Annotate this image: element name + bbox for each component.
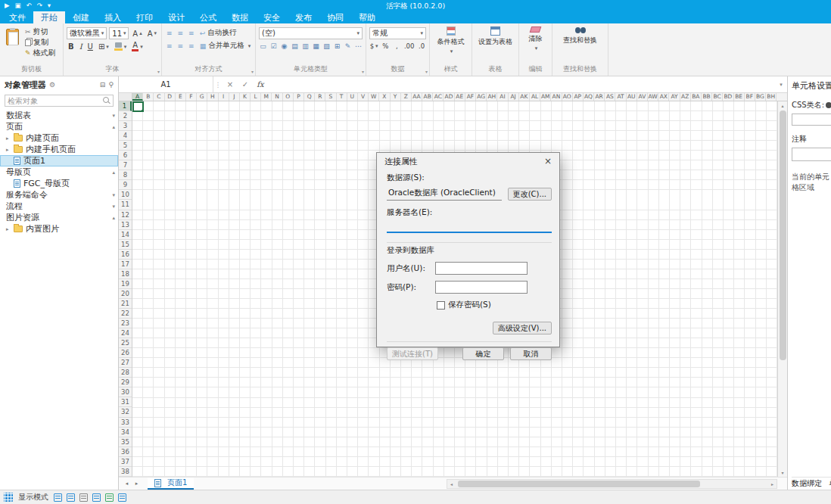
row-header-2[interactable]: 2 <box>119 111 132 121</box>
horizontal-scrollbar[interactable]: ◂ ▸ <box>447 479 777 489</box>
row-header-15[interactable]: 15 <box>119 240 132 250</box>
col-header-AO[interactable]: AO <box>562 93 573 101</box>
scroll-left-icon[interactable]: ◂ <box>447 481 456 487</box>
col-header-D[interactable]: D <box>165 93 176 101</box>
image-type-icon[interactable]: ▦ <box>312 41 320 51</box>
menu-tab-插入[interactable]: 插入 <box>97 11 129 23</box>
decrease-font-button[interactable]: A▾ <box>146 28 158 39</box>
col-header-AN[interactable]: AN <box>551 93 562 101</box>
col-header-AM[interactable]: AM <box>540 93 551 101</box>
menu-tab-安全[interactable]: 安全 <box>256 11 288 23</box>
cancel-entry-button[interactable]: × <box>223 76 238 92</box>
vertical-scrollbar[interactable]: ▴ ▾ <box>777 101 787 477</box>
more-cell-types-icon[interactable]: ⋯ <box>354 41 363 51</box>
comment-input[interactable] <box>792 148 831 161</box>
row-header-8[interactable]: 8 <box>119 170 132 180</box>
align-center-button[interactable]: ≡ <box>176 40 185 51</box>
expander-icon[interactable]: ▸ <box>6 226 14 232</box>
col-header-AB[interactable]: AB <box>422 93 433 101</box>
tree-item-母版页[interactable]: 母版页▴ <box>0 166 118 178</box>
col-header-AU[interactable]: AU <box>627 93 637 101</box>
row-header-32[interactable]: 32 <box>119 407 132 417</box>
row-header-7[interactable]: 7 <box>119 160 132 170</box>
mobile-mode-icon[interactable] <box>67 493 75 502</box>
scroll-up-icon[interactable]: ▴ <box>781 101 783 110</box>
row-header-21[interactable]: 21 <box>119 299 132 309</box>
col-header-V[interactable]: V <box>358 93 369 101</box>
password-input[interactable] <box>435 281 528 294</box>
col-header-S[interactable]: S <box>325 93 336 101</box>
merge-cells-button[interactable]: ▦合并单元格▾ <box>198 41 253 51</box>
row-header-5[interactable]: 5 <box>119 141 132 151</box>
row-header-29[interactable]: 29 <box>119 378 132 387</box>
borders-button[interactable]: ⊞▾ <box>97 41 110 52</box>
menu-tab-发布[interactable]: 发布 <box>288 11 319 23</box>
col-header-E[interactable]: E <box>176 93 186 101</box>
tree-item-服务端命令[interactable]: 服务端命令▾ <box>0 189 118 201</box>
tree-item-数据表[interactable]: 数据表▾ <box>0 110 118 121</box>
copy-button[interactable]: 复制 <box>23 37 58 48</box>
col-header-AP[interactable]: AP <box>573 93 584 101</box>
set-as-table-button[interactable]: 设置为表格 <box>475 26 515 48</box>
col-header-W[interactable]: W <box>369 93 379 101</box>
row-header-30[interactable]: 30 <box>119 387 132 397</box>
row-header-34[interactable]: 34 <box>119 428 132 437</box>
row-header-20[interactable]: 20 <box>119 289 132 299</box>
tree-item-内建手机页面[interactable]: ▸内建手机页面 <box>0 144 118 155</box>
tree-item-FGC_母版页[interactable]: FGC_母版页 <box>0 178 118 189</box>
undo-button[interactable]: ↶ <box>26 0 32 11</box>
row-header-3[interactable]: 3 <box>119 121 132 131</box>
horizontal-scroll-thumb[interactable] <box>458 481 700 487</box>
col-header-AF[interactable]: AF <box>465 93 476 101</box>
chevron-up-icon[interactable]: ▴ <box>112 215 115 221</box>
font-size-combo[interactable]: 11▾ <box>109 27 129 39</box>
number-format-combo[interactable]: 常规▾ <box>369 27 426 39</box>
align-left-button[interactable]: ≡ <box>165 40 174 51</box>
row-header-14[interactable]: 14 <box>119 230 132 240</box>
page-structure-icon[interactable] <box>79 493 88 502</box>
save-password-checkbox[interactable] <box>437 301 445 310</box>
col-header-AR[interactable]: AR <box>594 93 605 101</box>
cell-name-box[interactable]: A1 <box>119 76 213 92</box>
test-connection-button[interactable]: 测试连接(T) <box>387 347 438 360</box>
list-view-icon[interactable] <box>92 493 101 502</box>
menu-tab-帮助[interactable]: 帮助 <box>351 11 383 23</box>
cell-type-dialog-launcher-icon[interactable]: ▾ <box>362 69 364 74</box>
font-color-button[interactable]: A▾ <box>130 41 144 52</box>
radio-type-icon[interactable]: ◉ <box>280 41 288 51</box>
col-header-AK[interactable]: AK <box>519 93 530 101</box>
menu-tab-打印[interactable]: 打印 <box>129 11 160 23</box>
col-header-AG[interactable]: AG <box>476 93 487 101</box>
grid-view-icon[interactable] <box>4 493 13 502</box>
formula-bar-expand-icon[interactable]: ▾ <box>775 76 787 92</box>
vertical-scroll-thumb[interactable] <box>780 110 786 360</box>
username-input[interactable] <box>435 262 528 275</box>
col-header-AI[interactable]: AI <box>497 93 508 101</box>
increase-font-button[interactable]: A▴ <box>131 28 143 39</box>
italic-button[interactable]: I <box>78 41 84 52</box>
collapse-panel-icon[interactable]: ⊟ <box>100 81 106 89</box>
data-source-value[interactable]: Oracle数据库 (OracleClient) <box>387 188 502 201</box>
sheet-tab-page1[interactable]: 页面1 <box>148 478 194 490</box>
col-header-AL[interactable]: AL <box>530 93 540 101</box>
col-header-A[interactable]: A <box>132 93 143 101</box>
pin-icon[interactable]: ⚲ <box>108 81 114 89</box>
table-view-icon[interactable] <box>105 493 114 502</box>
alignment-dialog-launcher-icon[interactable]: ▾ <box>251 69 254 74</box>
col-header-I[interactable]: I <box>219 93 229 101</box>
row-header-38[interactable]: 38 <box>119 467 132 477</box>
row-header-13[interactable]: 13 <box>119 220 132 230</box>
data-view-icon[interactable] <box>118 493 126 502</box>
col-header-Z[interactable]: Z <box>401 93 412 101</box>
row-header-36[interactable]: 36 <box>119 447 132 457</box>
tree-item-页面[interactable]: 页面▴ <box>0 121 118 132</box>
currency-format-button[interactable]: $▾ <box>369 41 378 51</box>
bold-button[interactable]: B <box>67 41 76 52</box>
advanced-settings-button[interactable]: 高级设定(V)... <box>493 322 552 334</box>
align-bottom-button[interactable]: ≡ <box>187 27 196 39</box>
col-header-O[interactable]: O <box>283 93 294 101</box>
chevron-down-icon[interactable]: ▾ <box>112 113 115 119</box>
row-header-33[interactable]: 33 <box>119 418 132 428</box>
listbox-type-icon[interactable]: ▤ <box>291 41 299 51</box>
search-input[interactable] <box>8 97 103 105</box>
